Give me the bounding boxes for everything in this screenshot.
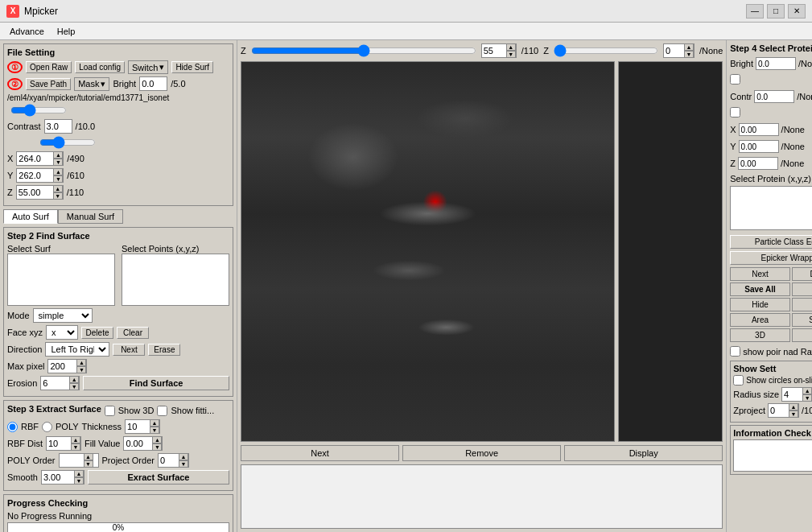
thickness-spinner[interactable]: ▲ ▼	[125, 419, 160, 434]
z-main-input[interactable]	[482, 44, 506, 57]
z2-up[interactable]: ▲	[684, 43, 694, 51]
next-button-step2[interactable]: Next	[113, 344, 145, 356]
right-contrast-input[interactable]	[754, 90, 794, 103]
radius-size-spinner[interactable]: ▲ ▼	[781, 387, 812, 402]
radius-size-down[interactable]: ▼	[802, 394, 812, 402]
area-button[interactable]: Area	[730, 313, 790, 327]
right-y-input[interactable]	[739, 140, 779, 153]
y-up[interactable]: ▲	[53, 168, 63, 175]
poly-order-up[interactable]: ▲	[84, 453, 93, 460]
find-surface-button[interactable]: Find Surface	[83, 376, 229, 390]
hide-surf-button[interactable]: Hide Surf	[171, 61, 213, 73]
epicker-wrapper-button[interactable]: Epicker Wrapper	[730, 251, 812, 265]
close-button[interactable]: ✕	[788, 4, 806, 19]
z-main-down[interactable]: ▼	[506, 51, 516, 58]
x-input[interactable]	[17, 152, 53, 165]
delete-button[interactable]: Delete	[81, 327, 113, 339]
select-points-list[interactable]	[122, 254, 229, 306]
erosion-down[interactable]: ▼	[69, 383, 79, 390]
zproject-spinner[interactable]: ▲ ▼	[768, 403, 799, 418]
3d-button[interactable]: 3D	[730, 328, 790, 342]
z2-down[interactable]: ▼	[684, 51, 694, 58]
save-all-button[interactable]: Save All	[730, 282, 790, 296]
show-points-checkbox[interactable]	[730, 346, 740, 357]
max-pixel-input[interactable]	[48, 360, 76, 373]
mode-select[interactable]: simple advanced	[33, 308, 93, 323]
contrast-input[interactable]	[44, 119, 72, 134]
xyz-button[interactable]: xyz	[792, 328, 812, 342]
max-pixel-up[interactable]: ▲	[76, 359, 86, 366]
menu-help[interactable]: Help	[51, 25, 82, 38]
smooth-up[interactable]: ▲	[74, 470, 84, 477]
maximize-button[interactable]: □	[767, 4, 785, 19]
hide-right-button[interactable]: Hide	[730, 298, 790, 311]
right-z-input[interactable]	[738, 157, 778, 170]
select-protein-list[interactable]	[730, 186, 812, 230]
z-up[interactable]: ▲	[53, 185, 63, 192]
rbf-dist-spinner[interactable]: ▲ ▼	[46, 436, 81, 451]
thickness-up[interactable]: ▲	[150, 419, 159, 427]
poly-order-spinner[interactable]: ▲ ▼	[59, 453, 99, 468]
right-bright-checkbox[interactable]	[730, 74, 740, 85]
z2-slider[interactable]	[554, 44, 658, 57]
mask-dropdown[interactable]: Mask ▾	[74, 77, 109, 91]
remove-center-button[interactable]: Remove	[402, 445, 561, 461]
erosion-spinner[interactable]: ▲ ▼	[40, 376, 80, 390]
project-order-input[interactable]	[159, 454, 179, 467]
erase-button[interactable]: Erase	[148, 344, 180, 356]
z-down[interactable]: ▼	[53, 192, 63, 200]
clear-right-button[interactable]: Clear	[792, 298, 812, 311]
y-down[interactable]: ▼	[53, 175, 63, 183]
minimize-button[interactable]: —	[746, 4, 764, 19]
right-bright-input[interactable]	[756, 57, 796, 70]
particle-class-editor-button[interactable]: Particle Class Editor	[730, 235, 812, 249]
menu-advance[interactable]: Advance	[3, 25, 51, 38]
erosion-up[interactable]: ▲	[69, 376, 79, 383]
right-x-input[interactable]	[739, 123, 779, 136]
bright-slider[interactable]	[10, 104, 67, 117]
zproject-input[interactable]	[769, 404, 789, 417]
save-path-button[interactable]: Save Path	[26, 78, 71, 90]
y-spinner[interactable]: ▲ ▼	[16, 168, 64, 183]
z-input[interactable]	[17, 186, 53, 199]
fill-value-input[interactable]	[124, 437, 152, 450]
load-right-button[interactable]: Load	[792, 282, 812, 296]
rbf-radio[interactable]	[7, 422, 18, 432]
fill-value-spinner[interactable]: ▲ ▼	[123, 436, 163, 451]
thickness-input[interactable]	[126, 420, 150, 433]
x-down[interactable]: ▼	[53, 159, 63, 166]
direction-select[interactable]: Left To Right	[45, 342, 109, 357]
rbf-dist-input[interactable]	[47, 437, 71, 450]
smooth-spinner[interactable]: ▲ ▼	[41, 470, 84, 485]
stretch-button[interactable]: Stretch	[792, 313, 812, 327]
poly-order-down[interactable]: ▼	[84, 460, 93, 468]
tab-manual-surf[interactable]: Manual Surf	[58, 209, 123, 224]
zproject-down[interactable]: ▼	[789, 410, 798, 418]
x-spinner[interactable]: ▲ ▼	[16, 151, 64, 166]
max-pixel-down[interactable]: ▼	[76, 366, 86, 373]
radius-size-up[interactable]: ▲	[802, 387, 812, 394]
zproject-up[interactable]: ▲	[789, 403, 798, 410]
z-main-up[interactable]: ▲	[506, 43, 516, 51]
z-main-spinner[interactable]: ▲ ▼	[481, 43, 517, 58]
z-main-slider[interactable]	[251, 44, 476, 57]
thickness-down[interactable]: ▼	[150, 427, 159, 434]
max-pixel-spinner[interactable]: ▲ ▼	[47, 359, 87, 373]
z2-input[interactable]	[664, 44, 684, 57]
show-3d-checkbox[interactable]	[105, 406, 115, 416]
fill-value-up[interactable]: ▲	[152, 436, 162, 443]
z2-spinner[interactable]: ▲ ▼	[663, 43, 695, 58]
rbf-dist-down[interactable]: ▼	[71, 443, 80, 451]
smooth-down[interactable]: ▼	[74, 477, 84, 485]
poly-radio[interactable]	[42, 422, 52, 432]
next-center-button[interactable]: Next	[241, 445, 399, 461]
delete-right-button[interactable]: Delete	[792, 267, 812, 281]
erosion-input[interactable]	[41, 377, 69, 390]
z-spinner[interactable]: ▲ ▼	[16, 185, 64, 200]
tab-auto-surf[interactable]: Auto Surf	[3, 209, 58, 224]
poly-order-input[interactable]	[60, 454, 84, 467]
load-config-button[interactable]: Load config	[75, 61, 125, 73]
next-right-button[interactable]: Next	[730, 267, 790, 281]
show-fitting-checkbox[interactable]	[157, 406, 167, 416]
clear-button[interactable]: Clear	[117, 327, 149, 339]
